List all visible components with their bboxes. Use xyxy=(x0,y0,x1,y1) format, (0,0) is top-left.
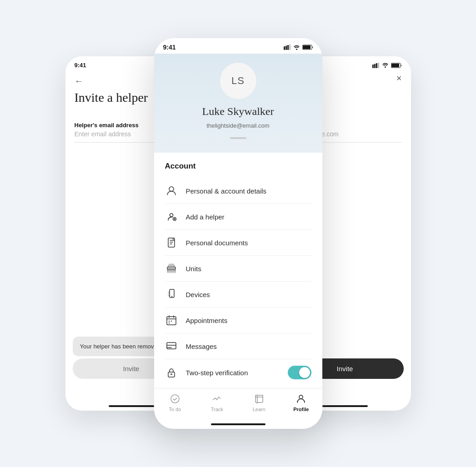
svg-rect-14 xyxy=(284,46,285,50)
menu-item-personal-details[interactable]: Personal & account details xyxy=(165,178,311,204)
menu-item-messages[interactable]: Messages xyxy=(165,333,311,359)
svg-rect-16 xyxy=(287,45,289,50)
menu-label-messages: Messages xyxy=(186,343,311,350)
tab-track[interactable]: Track xyxy=(196,393,238,412)
left-time: 9:41 xyxy=(75,62,86,69)
menu-label-units: Units xyxy=(186,265,311,273)
profile-header: LS Luke Skywalker thelightside@email.com xyxy=(154,54,322,153)
menu-item-personal-docs[interactable]: Personal documents xyxy=(165,230,311,256)
menu-label-personal-docs: Personal documents xyxy=(186,239,311,247)
right-close-button[interactable]: × xyxy=(396,73,402,83)
avatar: LS xyxy=(220,63,256,99)
center-time: 9:41 xyxy=(163,44,176,51)
svg-point-35 xyxy=(299,395,303,399)
svg-rect-28 xyxy=(167,271,175,273)
two-step-toggle[interactable] xyxy=(288,366,311,379)
menu-label-personal-details: Personal & account details xyxy=(186,187,311,195)
profile-email: thelightside@email.com xyxy=(206,122,269,129)
menu-label-devices: Devices xyxy=(186,291,311,298)
menu-item-two-step[interactable]: Two-step verification xyxy=(165,359,311,386)
center-status-bar: 9:41 xyxy=(154,38,322,54)
learn-icon xyxy=(253,393,265,405)
right-status-icons xyxy=(372,63,402,68)
lock-icon xyxy=(165,366,178,379)
svg-point-34 xyxy=(171,395,179,403)
menu-label-add-helper: Add a helper xyxy=(186,213,311,221)
units-icon xyxy=(165,262,178,275)
tab-profile-label: Profile xyxy=(293,407,309,412)
profile-tab-icon xyxy=(295,393,307,405)
tab-todo-label: To do xyxy=(169,407,181,412)
menu-item-appointments[interactable]: Appointments xyxy=(165,308,311,333)
right-home-indicator xyxy=(322,405,368,407)
helper-icon xyxy=(165,210,178,223)
message-icon xyxy=(165,340,178,353)
menu-item-devices[interactable]: Devices xyxy=(165,282,311,308)
svg-rect-31 xyxy=(167,343,176,349)
menu-item-add-helper[interactable]: Add a helper xyxy=(165,204,311,230)
center-status-icons xyxy=(284,45,313,50)
menu-label-two-step: Two-step verification xyxy=(186,369,280,377)
svg-rect-7 xyxy=(372,65,374,68)
tab-learn[interactable]: Learn xyxy=(238,393,281,412)
svg-rect-8 xyxy=(374,64,376,68)
menu-item-units[interactable]: Units xyxy=(165,256,311,282)
svg-rect-9 xyxy=(376,63,377,68)
document-icon xyxy=(165,236,178,249)
svg-rect-27 xyxy=(167,269,175,271)
drag-indicator xyxy=(230,137,246,139)
menu-label-appointments: Appointments xyxy=(186,317,311,324)
svg-rect-17 xyxy=(289,45,291,50)
svg-rect-15 xyxy=(286,46,287,50)
calendar-icon xyxy=(165,314,178,327)
menu-content: Account Personal & account details xyxy=(154,153,322,429)
svg-rect-24 xyxy=(167,267,175,269)
phones-container: 9:41 ← Invite a helper Helper's email ad… xyxy=(65,29,411,438)
device-icon xyxy=(165,288,178,301)
tab-bar: To do Track xyxy=(154,388,322,429)
track-icon xyxy=(211,393,223,405)
svg-point-18 xyxy=(296,49,297,50)
person-icon xyxy=(165,184,178,197)
tab-learn-label: Learn xyxy=(253,407,266,412)
svg-point-11 xyxy=(385,66,386,68)
svg-rect-10 xyxy=(378,63,379,68)
home-indicator xyxy=(211,423,266,425)
tab-profile[interactable]: Profile xyxy=(280,393,322,412)
svg-rect-25 xyxy=(168,265,175,267)
section-title: Account xyxy=(165,162,311,171)
tab-todo[interactable]: To do xyxy=(154,393,196,412)
svg-point-21 xyxy=(169,187,174,191)
toggle-knob xyxy=(299,367,310,378)
svg-rect-20 xyxy=(303,45,311,49)
left-home-indicator xyxy=(109,405,154,407)
svg-rect-26 xyxy=(169,264,174,265)
todo-icon xyxy=(169,393,181,405)
svg-rect-13 xyxy=(391,64,399,67)
tab-track-label: Track xyxy=(211,407,223,412)
center-phone: 9:41 LS Luke Skywalker thelightside@emai… xyxy=(154,38,322,429)
profile-name: Luke Skywalker xyxy=(202,105,274,118)
svg-rect-23 xyxy=(168,238,175,247)
